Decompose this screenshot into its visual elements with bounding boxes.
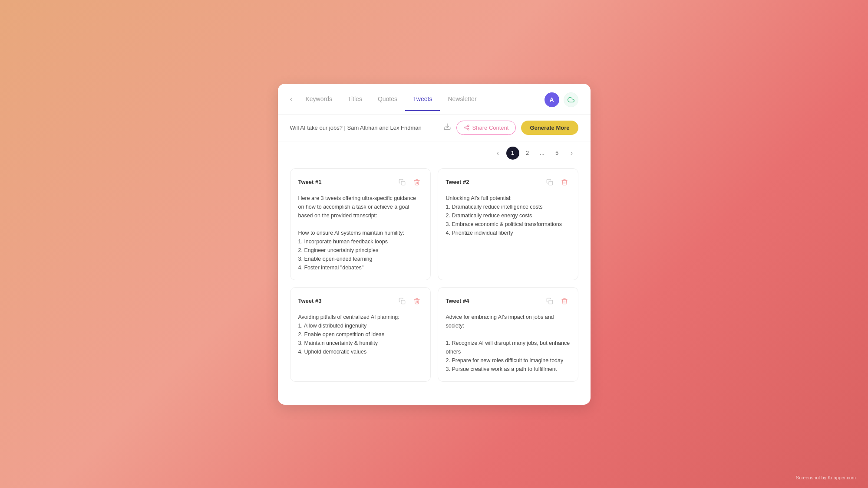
tab-newsletter[interactable]: Newsletter — [440, 95, 484, 111]
svg-line-5 — [466, 126, 468, 127]
copy-tweet-3-button[interactable] — [396, 295, 408, 307]
tweet-label-2: Tweet #2 — [446, 179, 469, 185]
tweet-content-3: Avoiding pitfalls of centralized AI plan… — [298, 313, 422, 356]
tweet-actions-3 — [396, 295, 422, 307]
tab-quotes[interactable]: Quotes — [370, 95, 405, 111]
svg-rect-9 — [549, 300, 553, 304]
delete-tweet-1-button[interactable] — [411, 177, 422, 188]
tweet-actions-4 — [544, 295, 570, 307]
cloud-icon-button[interactable] — [564, 92, 578, 107]
nav-icons: A — [545, 92, 578, 114]
tweet-content-4: Advice for embracing AI's impact on jobs… — [446, 313, 570, 373]
generate-button[interactable]: Generate More — [521, 121, 578, 135]
delete-tweet-4-button[interactable] — [559, 295, 570, 307]
page-1-button[interactable]: 1 — [506, 147, 519, 160]
toolbar: Will AI take our jobs? | Sam Altman and … — [278, 115, 591, 141]
svg-rect-8 — [401, 300, 405, 304]
tweet-card-header-1: Tweet #1 — [298, 177, 422, 188]
tab-keywords[interactable]: Keywords — [298, 95, 340, 111]
back-button[interactable]: ‹ — [290, 95, 293, 111]
avatar: A — [545, 92, 559, 107]
delete-tweet-2-button[interactable] — [559, 177, 570, 188]
tweet-card-1: Tweet #1Here are 3 tweets offering ultra… — [290, 168, 431, 280]
svg-rect-6 — [401, 181, 405, 185]
nav-bar: ‹ KeywordsTitlesQuotesTweetsNewsletter A — [278, 84, 591, 115]
tweet-card-2: Tweet #2Unlocking AI's full potential: 1… — [438, 168, 578, 280]
tweet-grid: Tweet #1Here are 3 tweets offering ultra… — [278, 165, 591, 394]
tab-tweets[interactable]: Tweets — [405, 95, 440, 111]
watermark: Screenshot by Knapper.com — [796, 475, 856, 480]
pagination: ‹ 1 2 ... 5 › — [278, 141, 591, 165]
tweet-label-4: Tweet #4 — [446, 298, 469, 304]
share-button[interactable]: Share Content — [456, 121, 516, 135]
copy-tweet-2-button[interactable] — [544, 177, 555, 188]
share-label: Share Content — [472, 124, 509, 131]
tab-titles[interactable]: Titles — [340, 95, 370, 111]
page-ellipsis: ... — [536, 147, 549, 160]
tweet-content-2: Unlocking AI's full potential: 1. Dramat… — [446, 194, 570, 237]
svg-line-4 — [466, 128, 468, 129]
main-card: ‹ KeywordsTitlesQuotesTweetsNewsletter A… — [278, 84, 591, 405]
tweet-card-header-2: Tweet #2 — [446, 177, 570, 188]
tweet-card-header-4: Tweet #4 — [446, 295, 570, 307]
prev-page-button[interactable]: ‹ — [492, 147, 505, 160]
video-title: Will AI take our jobs? | Sam Altman and … — [290, 124, 438, 131]
tweet-actions-1 — [396, 177, 422, 188]
page-5-button[interactable]: 5 — [551, 147, 564, 160]
tab-list: KeywordsTitlesQuotesTweetsNewsletter — [298, 95, 538, 111]
tweet-actions-2 — [544, 177, 570, 188]
tweet-label-3: Tweet #3 — [298, 298, 322, 304]
page-2-button[interactable]: 2 — [521, 147, 534, 160]
tweet-content-1: Here are 3 tweets offering ultra-specifi… — [298, 194, 422, 272]
copy-tweet-4-button[interactable] — [544, 295, 555, 307]
tweet-card-header-3: Tweet #3 — [298, 295, 422, 307]
svg-rect-7 — [549, 181, 553, 185]
next-page-button[interactable]: › — [565, 147, 578, 160]
tweet-label-1: Tweet #1 — [298, 179, 322, 185]
copy-tweet-1-button[interactable] — [396, 177, 408, 188]
download-icon[interactable] — [443, 123, 451, 133]
tweet-card-3: Tweet #3Avoiding pitfalls of centralized… — [290, 287, 431, 382]
delete-tweet-3-button[interactable] — [411, 295, 422, 307]
tweet-card-4: Tweet #4Advice for embracing AI's impact… — [438, 287, 578, 382]
